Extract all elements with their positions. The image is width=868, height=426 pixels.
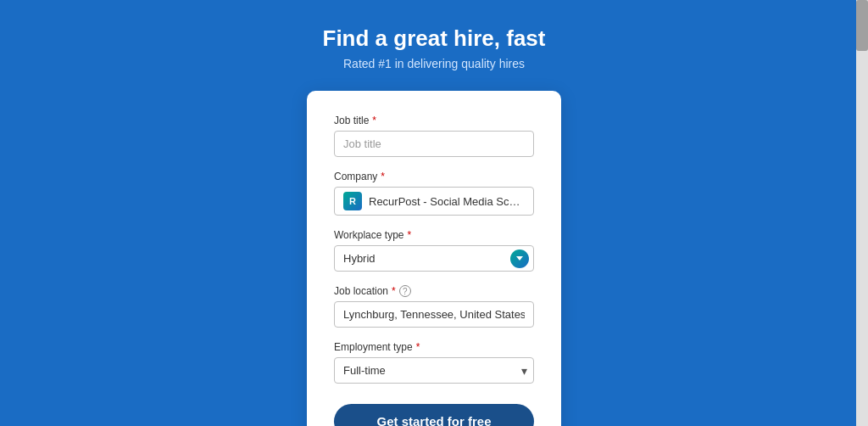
job-title-required: * [372, 115, 376, 126]
scrollbar-thumb[interactable] [856, 0, 868, 51]
job-location-required: * [392, 285, 396, 297]
workplace-field-group: Workplace type * Hybrid On-site Remote [334, 229, 534, 272]
scrollbar[interactable] [856, 0, 868, 426]
hero-section: Find a great hire, fast Rated #1 in deli… [323, 25, 546, 70]
form-card: Job title * Company * R RecurPost - Soci… [307, 91, 561, 426]
workplace-label: Workplace type * [334, 229, 534, 241]
job-title-label: Job title * [334, 115, 534, 126]
job-title-field-group: Job title * [334, 115, 534, 157]
company-required: * [381, 171, 385, 182]
workplace-wrapper: Hybrid On-site Remote [334, 245, 534, 272]
company-label: Company * [334, 171, 534, 182]
get-started-button[interactable]: Get started for free [334, 404, 534, 426]
company-icon: R [343, 192, 362, 210]
company-field-wrapper[interactable]: R RecurPost - Social Media Scheduler w [334, 187, 534, 216]
employment-wrapper: Full-time Part-time Contract Temporary I… [334, 357, 534, 384]
workplace-required: * [407, 229, 411, 241]
job-location-field-group: Job location * ? [334, 285, 534, 328]
job-location-label: Job location * ? [334, 285, 534, 297]
job-title-input[interactable] [334, 131, 534, 157]
hero-subtitle: Rated #1 in delivering quality hires [323, 57, 546, 70]
company-field-group: Company * R RecurPost - Social Media Sch… [334, 171, 534, 216]
hero-title: Find a great hire, fast [323, 25, 546, 52]
employment-select[interactable]: Full-time Part-time Contract Temporary I… [334, 357, 534, 384]
employment-field-group: Employment type * Full-time Part-time Co… [334, 341, 534, 384]
job-location-help-icon[interactable]: ? [399, 285, 411, 297]
company-value: RecurPost - Social Media Scheduler w [369, 195, 525, 208]
employment-required: * [416, 341, 420, 353]
job-location-input[interactable] [334, 301, 534, 328]
workplace-select[interactable]: Hybrid On-site Remote [334, 245, 534, 272]
employment-label: Employment type * [334, 341, 534, 353]
